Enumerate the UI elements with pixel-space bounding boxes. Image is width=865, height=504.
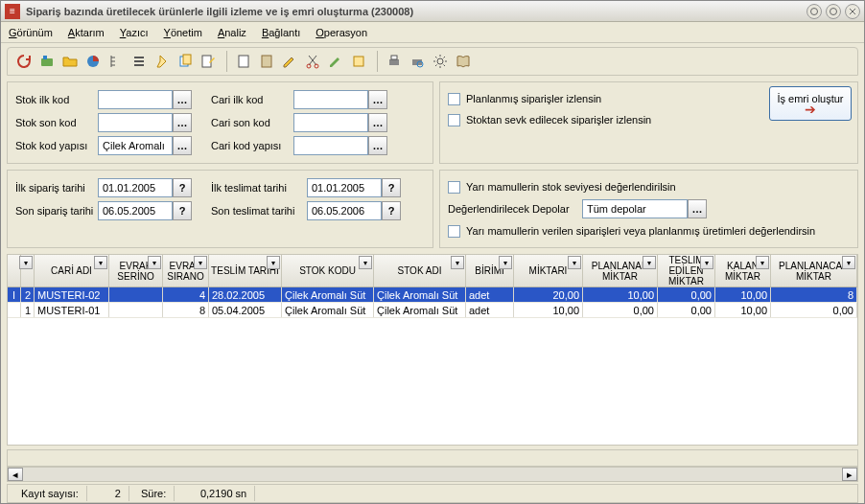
close-button[interactable] xyxy=(845,4,860,19)
cell-serino xyxy=(109,287,163,302)
depolar-picker[interactable]: … xyxy=(688,199,707,218)
menu-aktarim[interactable]: Aktarım xyxy=(68,27,105,38)
col-planlanan[interactable]: PLANLANAN MİKTAR xyxy=(583,255,658,286)
new-doc-icon[interactable] xyxy=(233,51,254,72)
col-serino-filter-icon[interactable] xyxy=(148,256,161,269)
cari-ilk-kod-picker[interactable]: … xyxy=(368,90,387,109)
stok-ilk-kod-input[interactable] xyxy=(98,90,173,109)
col-teslim-filter-icon[interactable] xyxy=(700,256,713,269)
menu-baglanti[interactable]: Bağlantı xyxy=(262,27,300,38)
stok-kod-yapisi-input[interactable] xyxy=(98,136,173,155)
col-evrak-serino[interactable]: EVRAK SERİNO xyxy=(109,255,163,286)
tool-icon-2[interactable] xyxy=(36,51,58,72)
cari-kod-yapisi-picker[interactable]: … xyxy=(368,136,387,155)
ilk-teslimat-input[interactable] xyxy=(307,178,382,197)
note-icon[interactable] xyxy=(348,51,369,72)
table-row[interactable]: 1MUSTERI-01805.04.2005Çilek Aromalı SütÇ… xyxy=(8,303,857,318)
sheet-edit-icon[interactable] xyxy=(198,51,219,72)
cell-miktar: 10,00 xyxy=(514,303,583,317)
tree-icon[interactable] xyxy=(105,51,127,72)
scroll-track[interactable] xyxy=(23,468,842,481)
chk-planlanmis[interactable] xyxy=(448,93,460,105)
refresh-icon[interactable] xyxy=(13,51,35,72)
cell-planlanacak: 8 xyxy=(771,287,857,302)
print-preview-icon[interactable] xyxy=(407,51,428,72)
son-siparis-input[interactable] xyxy=(98,201,173,220)
col-miktar-filter-icon[interactable] xyxy=(568,256,581,269)
son-teslimat-picker[interactable]: ? xyxy=(382,201,401,220)
list-icon[interactable] xyxy=(129,51,150,72)
son-siparis-picker[interactable]: ? xyxy=(173,201,192,220)
highlight-icon[interactable] xyxy=(152,51,173,72)
ilk-siparis-picker[interactable]: ? xyxy=(173,178,192,197)
col-sirano-filter-icon[interactable] xyxy=(194,256,207,269)
col-rownum[interactable] xyxy=(21,255,35,286)
cell-teslim: 0,00 xyxy=(658,303,715,317)
depolar-input[interactable] xyxy=(582,199,688,218)
help-book-icon[interactable] xyxy=(453,51,474,72)
col-miktari[interactable]: MİKTARI xyxy=(514,255,583,286)
chk-stoktan[interactable] xyxy=(448,114,460,126)
cari-son-kod-input[interactable] xyxy=(293,113,368,132)
chart-pie-icon[interactable] xyxy=(82,51,104,72)
col-planlanan-filter-icon[interactable] xyxy=(643,256,656,269)
ilk-teslimat-picker[interactable]: ? xyxy=(382,178,401,197)
col-birimi[interactable]: BİRİMİ xyxy=(466,255,514,286)
menu-yazici[interactable]: Yazıcı xyxy=(120,27,149,38)
col-cari-filter-icon[interactable] xyxy=(94,256,107,269)
print-icon[interactable] xyxy=(384,51,405,72)
cell-tarih: 05.04.2005 xyxy=(209,303,282,317)
col-kalan[interactable]: KALAN MİKTAR xyxy=(715,255,771,286)
scroll-right-icon[interactable]: ▸ xyxy=(842,468,857,481)
chk-yari-stok[interactable] xyxy=(448,181,460,194)
col-birim-filter-icon[interactable] xyxy=(499,256,512,269)
col-teslim-tarihi[interactable]: TESLİM TARİHİ xyxy=(209,255,282,286)
gear-icon[interactable] xyxy=(430,51,451,72)
stok-kod-yapisi-label: Stok kod yapısı xyxy=(15,140,98,151)
col-planlanacak[interactable]: PLANLANACAK MİKTAR xyxy=(771,255,857,286)
stok-son-kod-picker[interactable]: … xyxy=(173,113,192,132)
cell-birim: adet xyxy=(466,303,514,317)
create-work-order-button[interactable]: İş emri oluştur ➔ xyxy=(769,86,852,121)
folder-open-icon[interactable] xyxy=(59,51,81,72)
col-evrak-sirano[interactable]: EVRAK SIRANO xyxy=(163,255,209,286)
col-kalan-filter-icon[interactable] xyxy=(756,256,769,269)
cell-miktar: 20,00 xyxy=(514,287,583,302)
col-stokad-filter-icon[interactable] xyxy=(451,256,464,269)
col-teslim-edilen[interactable]: TESLİM EDİLEN MİKTAR xyxy=(658,255,715,286)
cell-planlanan: 0,00 xyxy=(583,303,658,317)
stok-kod-yapisi-picker[interactable]: … xyxy=(173,136,192,155)
stok-son-kod-input[interactable] xyxy=(98,113,173,132)
data-grid[interactable]: CARİ ADI EVRAK SERİNO EVRAK SIRANO TESLİ… xyxy=(7,254,858,446)
ilk-siparis-input[interactable] xyxy=(98,178,173,197)
book-icon[interactable] xyxy=(256,51,277,72)
col-stok-kodu[interactable]: STOK KODU xyxy=(282,255,374,286)
pencil-icon[interactable] xyxy=(325,51,346,72)
maximize-button[interactable] xyxy=(826,4,841,19)
col-stok-adi[interactable]: STOK ADI xyxy=(374,255,466,286)
cut-icon[interactable] xyxy=(302,51,323,72)
cari-ilk-kod-input[interactable] xyxy=(293,90,368,109)
cari-kod-yapisi-input[interactable] xyxy=(293,136,368,155)
table-row[interactable]: I2MUSTERI-02428.02.2005Çilek Aromalı Süt… xyxy=(8,287,857,303)
col-cari-adi[interactable]: CARİ ADI xyxy=(35,255,109,286)
minimize-button[interactable] xyxy=(807,4,822,19)
menu-yonetim[interactable]: Yönetim xyxy=(164,27,202,38)
menu-operasyon[interactable]: Operasyon xyxy=(316,27,367,38)
edit-icon[interactable] xyxy=(279,51,300,72)
col-planlanacak-filter-icon[interactable] xyxy=(842,256,855,269)
scroll-left-icon[interactable]: ◂ xyxy=(8,468,23,481)
horizontal-scrollbar[interactable]: ◂ ▸ xyxy=(7,467,858,482)
cell-stokad: Çilek Aromalı Süt xyxy=(374,287,466,302)
cari-son-kod-picker[interactable]: … xyxy=(368,113,387,132)
stok-ilk-kod-picker[interactable]: … xyxy=(173,90,192,109)
son-teslimat-input[interactable] xyxy=(307,201,382,220)
menu-gorunum[interactable]: Görünüm xyxy=(9,27,53,38)
copy-sheet-icon[interactable] xyxy=(175,51,196,72)
col-rownum-filter-icon[interactable] xyxy=(19,256,33,269)
menu-analiz[interactable]: Analiz xyxy=(218,27,246,38)
chk-yari-siparis[interactable] xyxy=(448,225,460,238)
cell-sirano: 8 xyxy=(163,303,209,317)
col-tarih-filter-icon[interactable] xyxy=(267,256,280,269)
col-stokkod-filter-icon[interactable] xyxy=(359,256,372,269)
